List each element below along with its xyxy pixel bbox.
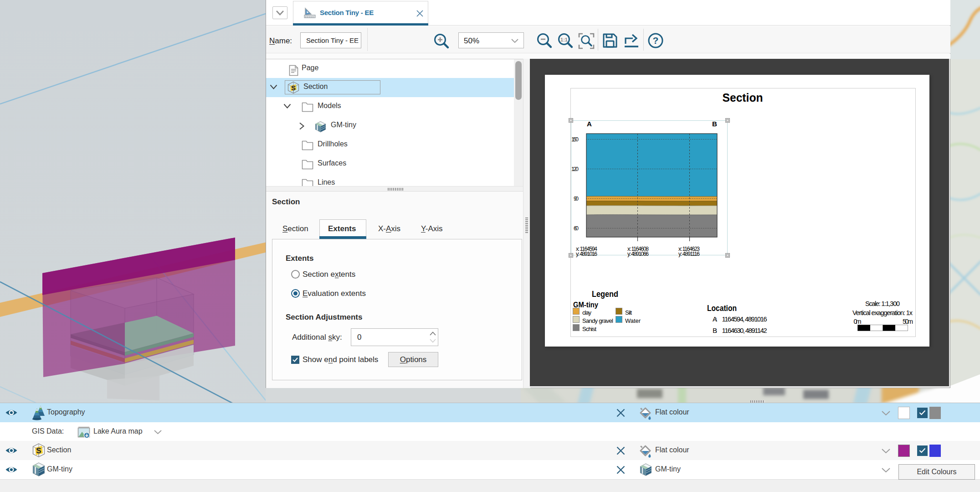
svg-text:1164630, 4891142: 1164630, 4891142 (722, 326, 767, 334)
svg-text:1164594, 4891016: 1164594, 4891016 (722, 315, 767, 323)
svg-text:S: S (36, 446, 41, 455)
svg-text:y: 4891016: y: 4891016 (576, 251, 597, 257)
svg-text:Scale: 1:1,300: Scale: 1:1,300 (865, 300, 900, 307)
svg-text:Location: Location (707, 303, 737, 313)
svg-text:Legend: Legend (592, 289, 618, 299)
svg-text:Water: Water (625, 317, 641, 324)
svg-text:y: 4891066: y: 4891066 (627, 251, 649, 257)
svg-text:60: 60 (574, 225, 579, 232)
svg-text:Vertical exaggeration: 1x: Vertical exaggeration: 1x (852, 309, 913, 316)
svg-text:?: ? (653, 35, 659, 46)
svg-text:Section: Section (723, 91, 763, 104)
svg-text:A:: A: (713, 315, 717, 323)
svg-text:120: 120 (571, 166, 579, 172)
svg-text:90: 90 (574, 196, 579, 202)
svg-text:B:: B: (713, 326, 717, 334)
svg-text:Schist: Schist (582, 326, 596, 332)
svg-text:150: 150 (571, 136, 579, 143)
svg-text:S: S (291, 84, 296, 92)
svg-text:GM-tiny: GM-tiny (573, 300, 598, 309)
svg-text:1:1: 1:1 (560, 37, 568, 42)
svg-text:clay: clay (582, 309, 592, 316)
svg-text:y: 4891116: y: 4891116 (678, 251, 700, 257)
svg-text:Sandy gravel: Sandy gravel (582, 317, 613, 324)
svg-text:Silt: Silt (625, 309, 632, 316)
svg-text:A: A (587, 120, 592, 128)
svg-text:0m: 0m (854, 318, 862, 325)
svg-text:B: B (712, 120, 717, 128)
svg-text:50m: 50m (903, 318, 913, 325)
